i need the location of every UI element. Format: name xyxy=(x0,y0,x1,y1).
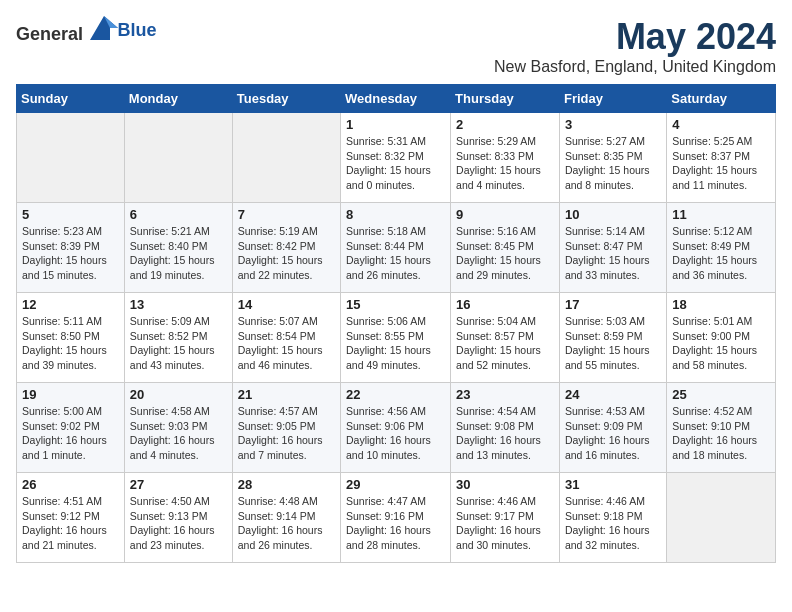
day-number: 29 xyxy=(346,477,445,492)
day-info: Sunrise: 5:29 AMSunset: 8:33 PMDaylight:… xyxy=(456,134,554,193)
calendar-cell: 25Sunrise: 4:52 AMSunset: 9:10 PMDayligh… xyxy=(667,383,776,473)
page-header: General Blue May 2024 New Basford, Engla… xyxy=(16,16,776,76)
calendar-cell: 31Sunrise: 4:46 AMSunset: 9:18 PMDayligh… xyxy=(559,473,666,563)
calendar-cell: 16Sunrise: 5:04 AMSunset: 8:57 PMDayligh… xyxy=(451,293,560,383)
day-number: 7 xyxy=(238,207,335,222)
day-info: Sunrise: 5:03 AMSunset: 8:59 PMDaylight:… xyxy=(565,314,661,373)
day-number: 30 xyxy=(456,477,554,492)
calendar-cell: 26Sunrise: 4:51 AMSunset: 9:12 PMDayligh… xyxy=(17,473,125,563)
day-info: Sunrise: 4:46 AMSunset: 9:17 PMDaylight:… xyxy=(456,494,554,553)
logo: General Blue xyxy=(16,16,157,45)
calendar-cell: 20Sunrise: 4:58 AMSunset: 9:03 PMDayligh… xyxy=(124,383,232,473)
calendar-week-row: 12Sunrise: 5:11 AMSunset: 8:50 PMDayligh… xyxy=(17,293,776,383)
weekday-header-thursday: Thursday xyxy=(451,85,560,113)
calendar-cell: 22Sunrise: 4:56 AMSunset: 9:06 PMDayligh… xyxy=(341,383,451,473)
day-info: Sunrise: 5:12 AMSunset: 8:49 PMDaylight:… xyxy=(672,224,770,283)
day-info: Sunrise: 5:09 AMSunset: 8:52 PMDaylight:… xyxy=(130,314,227,373)
day-number: 3 xyxy=(565,117,661,132)
day-number: 9 xyxy=(456,207,554,222)
day-number: 27 xyxy=(130,477,227,492)
calendar-title: May 2024 xyxy=(494,16,776,58)
day-info: Sunrise: 4:56 AMSunset: 9:06 PMDaylight:… xyxy=(346,404,445,463)
calendar-cell: 6Sunrise: 5:21 AMSunset: 8:40 PMDaylight… xyxy=(124,203,232,293)
calendar-cell: 1Sunrise: 5:31 AMSunset: 8:32 PMDaylight… xyxy=(341,113,451,203)
day-number: 17 xyxy=(565,297,661,312)
day-number: 8 xyxy=(346,207,445,222)
calendar-week-row: 5Sunrise: 5:23 AMSunset: 8:39 PMDaylight… xyxy=(17,203,776,293)
calendar-cell xyxy=(232,113,340,203)
calendar-cell: 9Sunrise: 5:16 AMSunset: 8:45 PMDaylight… xyxy=(451,203,560,293)
weekday-header-friday: Friday xyxy=(559,85,666,113)
day-number: 26 xyxy=(22,477,119,492)
day-number: 20 xyxy=(130,387,227,402)
calendar-cell: 2Sunrise: 5:29 AMSunset: 8:33 PMDaylight… xyxy=(451,113,560,203)
day-number: 15 xyxy=(346,297,445,312)
calendar-cell xyxy=(667,473,776,563)
day-number: 21 xyxy=(238,387,335,402)
day-info: Sunrise: 5:06 AMSunset: 8:55 PMDaylight:… xyxy=(346,314,445,373)
calendar-cell xyxy=(17,113,125,203)
day-number: 11 xyxy=(672,207,770,222)
calendar-cell: 18Sunrise: 5:01 AMSunset: 9:00 PMDayligh… xyxy=(667,293,776,383)
calendar-week-row: 1Sunrise: 5:31 AMSunset: 8:32 PMDaylight… xyxy=(17,113,776,203)
day-info: Sunrise: 5:23 AMSunset: 8:39 PMDaylight:… xyxy=(22,224,119,283)
day-number: 31 xyxy=(565,477,661,492)
calendar-cell: 12Sunrise: 5:11 AMSunset: 8:50 PMDayligh… xyxy=(17,293,125,383)
weekday-header-sunday: Sunday xyxy=(17,85,125,113)
calendar-cell: 4Sunrise: 5:25 AMSunset: 8:37 PMDaylight… xyxy=(667,113,776,203)
calendar-cell: 10Sunrise: 5:14 AMSunset: 8:47 PMDayligh… xyxy=(559,203,666,293)
day-info: Sunrise: 5:27 AMSunset: 8:35 PMDaylight:… xyxy=(565,134,661,193)
day-info: Sunrise: 5:11 AMSunset: 8:50 PMDaylight:… xyxy=(22,314,119,373)
weekday-header-saturday: Saturday xyxy=(667,85,776,113)
day-number: 4 xyxy=(672,117,770,132)
day-number: 22 xyxy=(346,387,445,402)
day-info: Sunrise: 5:21 AMSunset: 8:40 PMDaylight:… xyxy=(130,224,227,283)
day-number: 2 xyxy=(456,117,554,132)
calendar-week-row: 19Sunrise: 5:00 AMSunset: 9:02 PMDayligh… xyxy=(17,383,776,473)
day-info: Sunrise: 5:00 AMSunset: 9:02 PMDaylight:… xyxy=(22,404,119,463)
calendar-cell: 30Sunrise: 4:46 AMSunset: 9:17 PMDayligh… xyxy=(451,473,560,563)
day-info: Sunrise: 5:16 AMSunset: 8:45 PMDaylight:… xyxy=(456,224,554,283)
day-info: Sunrise: 4:58 AMSunset: 9:03 PMDaylight:… xyxy=(130,404,227,463)
day-info: Sunrise: 5:31 AMSunset: 8:32 PMDaylight:… xyxy=(346,134,445,193)
day-info: Sunrise: 4:46 AMSunset: 9:18 PMDaylight:… xyxy=(565,494,661,553)
logo-icon xyxy=(90,16,118,40)
day-number: 1 xyxy=(346,117,445,132)
calendar-cell: 29Sunrise: 4:47 AMSunset: 9:16 PMDayligh… xyxy=(341,473,451,563)
day-info: Sunrise: 5:01 AMSunset: 9:00 PMDaylight:… xyxy=(672,314,770,373)
calendar-cell: 23Sunrise: 4:54 AMSunset: 9:08 PMDayligh… xyxy=(451,383,560,473)
day-number: 14 xyxy=(238,297,335,312)
day-info: Sunrise: 4:54 AMSunset: 9:08 PMDaylight:… xyxy=(456,404,554,463)
day-info: Sunrise: 4:57 AMSunset: 9:05 PMDaylight:… xyxy=(238,404,335,463)
calendar-cell: 27Sunrise: 4:50 AMSunset: 9:13 PMDayligh… xyxy=(124,473,232,563)
day-info: Sunrise: 4:50 AMSunset: 9:13 PMDaylight:… xyxy=(130,494,227,553)
day-number: 19 xyxy=(22,387,119,402)
day-number: 13 xyxy=(130,297,227,312)
weekday-header-tuesday: Tuesday xyxy=(232,85,340,113)
calendar-cell: 8Sunrise: 5:18 AMSunset: 8:44 PMDaylight… xyxy=(341,203,451,293)
day-number: 10 xyxy=(565,207,661,222)
calendar-cell: 5Sunrise: 5:23 AMSunset: 8:39 PMDaylight… xyxy=(17,203,125,293)
day-info: Sunrise: 5:07 AMSunset: 8:54 PMDaylight:… xyxy=(238,314,335,373)
weekday-header-monday: Monday xyxy=(124,85,232,113)
day-number: 24 xyxy=(565,387,661,402)
day-info: Sunrise: 4:53 AMSunset: 9:09 PMDaylight:… xyxy=(565,404,661,463)
day-number: 25 xyxy=(672,387,770,402)
calendar-cell: 13Sunrise: 5:09 AMSunset: 8:52 PMDayligh… xyxy=(124,293,232,383)
calendar-cell: 3Sunrise: 5:27 AMSunset: 8:35 PMDaylight… xyxy=(559,113,666,203)
calendar-cell: 7Sunrise: 5:19 AMSunset: 8:42 PMDaylight… xyxy=(232,203,340,293)
calendar-cell: 19Sunrise: 5:00 AMSunset: 9:02 PMDayligh… xyxy=(17,383,125,473)
day-info: Sunrise: 5:14 AMSunset: 8:47 PMDaylight:… xyxy=(565,224,661,283)
weekday-header-wednesday: Wednesday xyxy=(341,85,451,113)
day-number: 28 xyxy=(238,477,335,492)
calendar-cell: 14Sunrise: 5:07 AMSunset: 8:54 PMDayligh… xyxy=(232,293,340,383)
day-info: Sunrise: 5:18 AMSunset: 8:44 PMDaylight:… xyxy=(346,224,445,283)
day-info: Sunrise: 4:48 AMSunset: 9:14 PMDaylight:… xyxy=(238,494,335,553)
day-number: 23 xyxy=(456,387,554,402)
day-number: 16 xyxy=(456,297,554,312)
day-number: 18 xyxy=(672,297,770,312)
day-info: Sunrise: 5:04 AMSunset: 8:57 PMDaylight:… xyxy=(456,314,554,373)
logo-text-blue: Blue xyxy=(118,20,157,40)
calendar-cell: 11Sunrise: 5:12 AMSunset: 8:49 PMDayligh… xyxy=(667,203,776,293)
weekday-header-row: SundayMondayTuesdayWednesdayThursdayFrid… xyxy=(17,85,776,113)
